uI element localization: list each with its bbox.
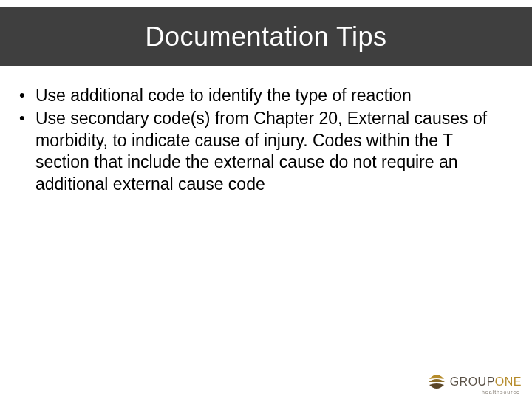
- bullet-list: Use additional code to identify the type…: [15, 85, 510, 195]
- list-item: Use additional code to identify the type…: [15, 85, 510, 106]
- footer-logo: GROUPONE healthsource: [426, 373, 522, 395]
- logo-text-one: ONE: [495, 375, 522, 388]
- content-area: Use additional code to identify the type…: [15, 85, 510, 197]
- logo-text-group: GROUP: [450, 375, 495, 388]
- logo-subtext: healthsource: [482, 389, 520, 395]
- logo-text: GROUPONE: [450, 375, 522, 389]
- title-bar: Documentation Tips: [0, 7, 532, 66]
- slide-title: Documentation Tips: [145, 21, 386, 52]
- logo-icon: [426, 373, 447, 391]
- logo-row: GROUPONE: [426, 373, 522, 391]
- list-item: Use secondary code(s) from Chapter 20, E…: [15, 108, 510, 195]
